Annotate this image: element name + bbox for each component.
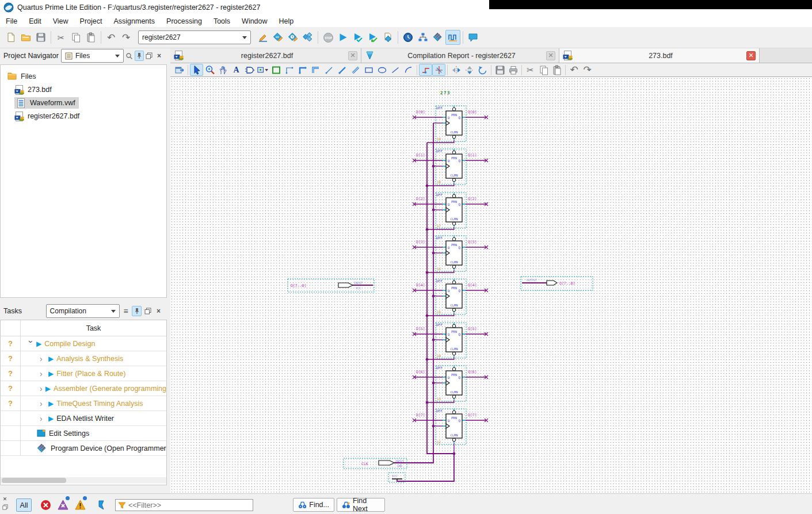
- tab-close-icon[interactable]: ✕: [546, 51, 555, 60]
- run-task-icon[interactable]: ▶: [48, 370, 54, 378]
- tasks-horizontal-scrollbar[interactable]: [1, 477, 166, 484]
- dff-flipflop-d0[interactable]: DFF19PRNCLRNDQD[0]Q[0]: [413, 106, 488, 143]
- critical-warning-icon[interactable]: [58, 500, 68, 511]
- save-button[interactable]: [33, 30, 48, 45]
- run-task-icon[interactable]: ▶: [36, 340, 41, 348]
- zoom-tool-button[interactable]: [203, 64, 216, 76]
- tab-close-icon[interactable]: ✕: [746, 51, 756, 60]
- orthogonal-node-tool-button[interactable]: [283, 64, 296, 76]
- cut-icon-button[interactable]: ✂: [54, 30, 68, 45]
- float-icon[interactable]: [143, 306, 153, 316]
- dff-flipflop-d7[interactable]: DFF12PRNCLRNDQD[7]Q[7]: [413, 409, 488, 454]
- dff-flipflop-d5[interactable]: DFF14PRNCLRNDQD[5]Q[5]: [413, 323, 488, 360]
- pan-tool-button[interactable]: [216, 64, 230, 76]
- schematic-canvas[interactable]: 273DFF19PRNCLRNDQD[0]Q[0]DFF18PRNCLRNDQD…: [170, 77, 812, 493]
- search-icon[interactable]: [125, 51, 134, 61]
- chevron-expanded-icon[interactable]: ›: [26, 340, 36, 347]
- save-button[interactable]: [493, 64, 506, 76]
- line-tool-button[interactable]: [388, 64, 402, 76]
- chevron-collapsed-icon[interactable]: ›: [40, 399, 47, 408]
- chevron-collapsed-icon[interactable]: ›: [40, 354, 47, 363]
- start-assembler-button[interactable]: [380, 30, 395, 45]
- undo-button[interactable]: ↶: [567, 64, 581, 76]
- oval-tool-button[interactable]: [375, 64, 388, 76]
- paste-button[interactable]: [550, 64, 563, 76]
- paste-button[interactable]: [83, 30, 98, 45]
- block-rect-tool-button[interactable]: [269, 64, 283, 76]
- tree-item-register2627-bdf[interactable]: BDFregister2627.bdf: [1, 109, 166, 122]
- rubberband-toggle-button[interactable]: [419, 64, 432, 76]
- start-compilation-button[interactable]: [336, 30, 350, 45]
- undo-button[interactable]: ↶: [104, 30, 119, 45]
- partial-line-toggle-button[interactable]: [432, 64, 445, 76]
- close-icon[interactable]: ×: [155, 51, 163, 61]
- find-button[interactable]: Find...: [293, 498, 334, 512]
- copy-button[interactable]: [68, 30, 83, 45]
- chevron-collapsed-icon[interactable]: ›: [40, 369, 47, 378]
- menu-icon[interactable]: ≡: [121, 306, 131, 316]
- task-row-edit-settings[interactable]: Edit Settings: [1, 426, 166, 441]
- navigator-mode-combo[interactable]: Files: [61, 49, 124, 63]
- rectangle-tool-button[interactable]: [362, 64, 375, 76]
- flip-vertical-button[interactable]: [463, 64, 476, 76]
- task-row-assembler-generate-programming[interactable]: ?›▶Assembler (Generate programming: [1, 381, 166, 396]
- symbol-tool-button[interactable]: [243, 64, 256, 76]
- menu-item-window[interactable]: Window: [236, 16, 273, 26]
- simulation-waveform-editor-button[interactable]: [445, 30, 460, 45]
- menu-item-view[interactable]: View: [47, 16, 74, 26]
- input-pin-clk[interactable]: CLKINPUTGND: [344, 458, 407, 469]
- menu-item-help[interactable]: Help: [273, 16, 300, 26]
- error-icon[interactable]: [40, 500, 51, 511]
- dff-flipflop-d4[interactable]: DFF15PRNCLRNDQD[4]Q[4]: [413, 279, 488, 317]
- pin-planner-button[interactable]: [300, 30, 315, 45]
- pin-icon[interactable]: [135, 51, 143, 61]
- select-tool-button[interactable]: [190, 64, 203, 76]
- menu-item-tools[interactable]: Tools: [208, 16, 236, 26]
- run-task-icon[interactable]: ▶: [45, 385, 51, 393]
- task-row-eda-netlist-writer[interactable]: ›▶EDA Netlist Writer: [1, 411, 166, 426]
- text-tool-button[interactable]: A: [230, 64, 243, 76]
- project-combo[interactable]: register2627: [138, 30, 251, 44]
- assignment-editor-button[interactable]: [256, 30, 270, 45]
- pin-icon[interactable]: [132, 306, 142, 316]
- chevron-collapsed-icon[interactable]: ›: [40, 414, 47, 423]
- filter-input[interactable]: [128, 501, 243, 509]
- open-file-button[interactable]: [18, 30, 33, 45]
- arc-tool-button[interactable]: [402, 64, 415, 76]
- stop-processing-button[interactable]: STOP: [321, 30, 336, 45]
- flip-horizontal-button[interactable]: [449, 64, 463, 76]
- float-icon[interactable]: [1, 503, 9, 511]
- menu-item-edit[interactable]: Edit: [23, 16, 47, 26]
- task-row-fitter-place-route-[interactable]: ?›▶Fitter (Place & Route): [1, 366, 166, 381]
- device-dialog-button[interactable]: [285, 30, 300, 45]
- float-icon[interactable]: [145, 51, 154, 61]
- start-analysis-synthesis-button[interactable]: [350, 30, 365, 45]
- tree-item-waveform-vwf[interactable]: Waveform.vwf: [1, 96, 166, 109]
- dff-flipflop-d3[interactable]: DFF16PRNCLRNDQD[3]Q[3]: [413, 236, 488, 274]
- close-icon[interactable]: ✕: [1, 495, 9, 503]
- print-button[interactable]: [506, 64, 520, 76]
- rotate-left-button[interactable]: [476, 64, 489, 76]
- dff-flipflop-d1[interactable]: DFF18PRNCLRNDQD[1]Q[1]: [413, 149, 488, 187]
- menu-item-assignments[interactable]: Assignments: [108, 16, 161, 26]
- menu-item-project[interactable]: Project: [74, 16, 108, 26]
- redo-button[interactable]: ↷: [581, 64, 594, 76]
- find-next-button[interactable]: Find Next: [337, 498, 385, 512]
- programmer-button[interactable]: [430, 30, 445, 45]
- chevron-collapsed-icon[interactable]: ›: [40, 384, 44, 393]
- netlist-viewer-button[interactable]: [415, 30, 430, 45]
- menu-item-processing[interactable]: Processing: [161, 16, 208, 26]
- task-row-compile-design[interactable]: ?›▶Compile Design: [1, 336, 166, 351]
- run-task-icon[interactable]: ▶: [48, 355, 54, 363]
- diagonal-conduit-tool-button[interactable]: [349, 64, 362, 76]
- close-icon[interactable]: ×: [154, 306, 163, 316]
- output-pin-q-bus[interactable]: OUTPUTQ[7..0]: [521, 277, 593, 290]
- dff-flipflop-d2[interactable]: DFF17PRNCLRNDQD[2]Q[2]: [413, 193, 488, 231]
- diagonal-bus-tool-button[interactable]: [336, 64, 349, 76]
- messages-all-button[interactable]: All: [16, 498, 32, 512]
- menu-item-file[interactable]: File: [0, 16, 23, 26]
- input-pin-d-bus[interactable]: D[7..0]INPUTVCC: [288, 279, 374, 292]
- warning-icon[interactable]: [75, 500, 86, 511]
- tab-register2627-bdf[interactable]: BDFregister2627.bdf✕: [170, 48, 361, 63]
- tab-273-bdf[interactable]: BDF273.bdf✕: [559, 48, 760, 63]
